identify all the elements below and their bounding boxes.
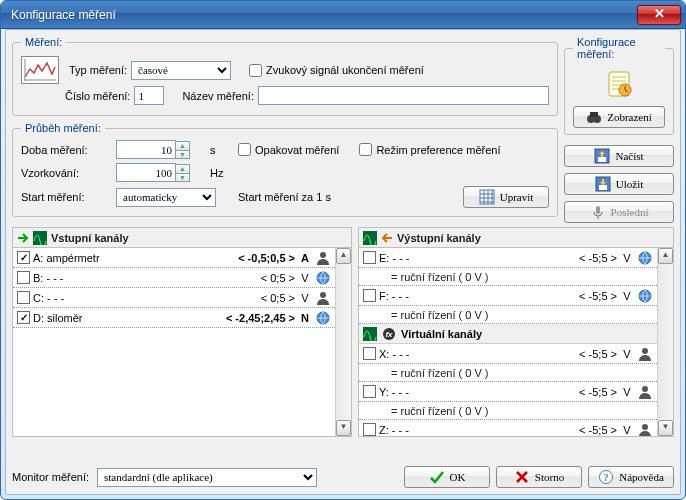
spin-up-icon[interactable]: ▲ — [175, 141, 190, 150]
channel-letter: X: — [379, 348, 389, 360]
monitor-select[interactable]: standardní (dle aplikace) — [97, 468, 317, 487]
svg-rect-12 — [599, 185, 607, 190]
svg-point-25 — [642, 348, 648, 354]
prubeh-group: Průběh měření: Doba měření: ▲▼ s Opakova… — [12, 122, 558, 217]
typ-select[interactable]: časové — [131, 61, 231, 80]
zvuk-checkbox[interactable]: Zvukový signál ukončení měření — [249, 64, 424, 77]
scrollbar[interactable]: ▲ ▼ — [657, 248, 673, 436]
channel-range: < 0;5 > — [261, 292, 295, 304]
zobrazeni-button[interactable]: Zobrazení — [573, 106, 665, 128]
scroll-down-icon[interactable]: ▼ — [658, 420, 673, 436]
fx-icon: fx — [382, 327, 396, 341]
opakovat-checkbox[interactable]: Opakovat měření — [238, 143, 339, 156]
spin-down-icon[interactable]: ▼ — [175, 173, 190, 182]
svg-point-17 — [320, 292, 326, 298]
vstup-header: Vstupní kanály — [12, 227, 352, 247]
binoculars-icon — [586, 109, 602, 125]
channel-unit: V — [298, 292, 312, 304]
spin-down-icon[interactable]: ▼ — [175, 150, 190, 159]
arrow-in-icon — [17, 231, 31, 245]
channel-range: < -5;5 > — [579, 290, 617, 302]
notepad-icon — [603, 68, 635, 100]
channel-row[interactable]: D:siloměr< -2,45;2,45 >N — [13, 308, 335, 328]
scroll-up-icon[interactable]: ▲ — [336, 248, 351, 264]
close-button[interactable]: ✕ — [637, 5, 681, 25]
zvuk-label: Zvukový signál ukončení měření — [266, 64, 424, 76]
mic-icon — [590, 204, 606, 220]
channel-letter: Z: — [379, 424, 389, 436]
virtual-title: Virtuální kanály — [401, 328, 482, 340]
scroll-down-icon[interactable]: ▼ — [336, 420, 351, 436]
channel-letter: D: — [33, 312, 44, 324]
channel-checkbox[interactable] — [363, 423, 376, 436]
vystup-header: Výstupní kanály — [358, 227, 674, 247]
arrow-out-icon — [379, 231, 393, 245]
person-icon — [315, 250, 331, 266]
channel-row[interactable]: X:- - -< -5;5 >V — [359, 344, 657, 364]
vystup-list: E:- - -< -5;5 >V= ruční řízení ( 0 V )F:… — [359, 248, 657, 436]
channel-checkbox[interactable] — [363, 347, 376, 360]
channel-checkbox[interactable] — [363, 251, 376, 264]
client-area: Měření: Typ měření: časové Zvukový signá… — [5, 29, 681, 495]
globe-icon — [315, 270, 331, 286]
channel-unit: N — [298, 312, 312, 324]
channel-row[interactable]: A:ampérmetr< -0,5;0,5 >A — [13, 248, 335, 268]
grid-icon — [479, 189, 495, 205]
storno-button[interactable]: Storno — [496, 466, 582, 488]
posledni-button[interactable]: Poslední — [564, 201, 674, 223]
svg-rect-8 — [590, 112, 598, 117]
nazev-input[interactable] — [258, 86, 549, 105]
channel-unit: V — [620, 386, 634, 398]
wave-icon — [33, 231, 47, 245]
channel-checkbox[interactable] — [363, 385, 376, 398]
start-za-text: Start měření za 1 s — [238, 191, 331, 203]
vstup-title: Vstupní kanály — [51, 232, 129, 244]
upravit-button[interactable]: Upravit — [463, 186, 549, 208]
channel-checkbox[interactable] — [17, 311, 30, 324]
virtual-header: fxVirtuální kanály — [359, 324, 657, 344]
channel-sub: = ruční řízení ( 0 V ) — [359, 268, 657, 286]
channel-name: ampérmetr — [46, 252, 99, 264]
mereni-group: Měření: Typ měření: časové Zvukový signá… — [12, 36, 558, 116]
channel-row[interactable]: E:- - -< -5;5 >V — [359, 248, 657, 268]
cislo-input[interactable] — [134, 86, 164, 105]
channel-unit: V — [620, 424, 634, 436]
vzork-spinner[interactable]: ▲▼ — [116, 163, 206, 182]
vstup-list: A:ampérmetr< -0,5;0,5 >AB:- - -< 0;5 >VC… — [13, 248, 335, 436]
nacist-button[interactable]: Načíst — [564, 145, 674, 167]
channel-checkbox[interactable] — [17, 251, 30, 264]
channel-row[interactable]: F:- - -< -5;5 >V — [359, 286, 657, 306]
ulozit-button[interactable]: Uložit — [564, 173, 674, 195]
channel-letter: F: — [379, 290, 389, 302]
svg-point-26 — [642, 386, 648, 392]
prubeh-legend: Průběh měření: — [21, 122, 105, 134]
channel-name: - - - — [46, 272, 63, 284]
scrollbar[interactable]: ▲ ▼ — [335, 248, 351, 436]
channel-checkbox[interactable] — [363, 289, 376, 302]
channel-row[interactable]: C:- - -< 0;5 >V — [13, 288, 335, 308]
start-label: Start měření: — [21, 191, 116, 203]
channel-checkbox[interactable] — [17, 291, 30, 304]
floppy-open-icon — [594, 148, 610, 164]
channel-name: - - - — [392, 348, 409, 360]
doba-spinner[interactable]: ▲▼ — [116, 140, 206, 159]
channel-sub: = ruční řízení ( 0 V ) — [359, 306, 657, 324]
channel-name: - - - — [392, 290, 409, 302]
channel-range: < 0;5 > — [261, 272, 295, 284]
window-title: Konfigurace měření — [11, 8, 637, 22]
ok-button[interactable]: OK — [404, 466, 490, 488]
start-select[interactable]: automaticky — [116, 188, 216, 207]
check-icon — [429, 469, 445, 485]
channel-letter: C: — [33, 292, 44, 304]
svg-point-27 — [642, 424, 648, 430]
channel-row[interactable]: Y:- - -< -5;5 >V — [359, 382, 657, 402]
globe-icon — [315, 310, 331, 326]
channel-checkbox[interactable] — [17, 271, 30, 284]
channel-row[interactable]: Z:- - -< -5;5 >V — [359, 420, 657, 436]
channel-row[interactable]: B:- - -< 0;5 >V — [13, 268, 335, 288]
rezim-checkbox[interactable]: Režim preference měření — [359, 143, 500, 156]
spin-up-icon[interactable]: ▲ — [175, 164, 190, 173]
scroll-up-icon[interactable]: ▲ — [658, 248, 673, 264]
napoveda-button[interactable]: ? Nápověda — [588, 466, 674, 488]
channel-range: < -5;5 > — [579, 252, 617, 264]
